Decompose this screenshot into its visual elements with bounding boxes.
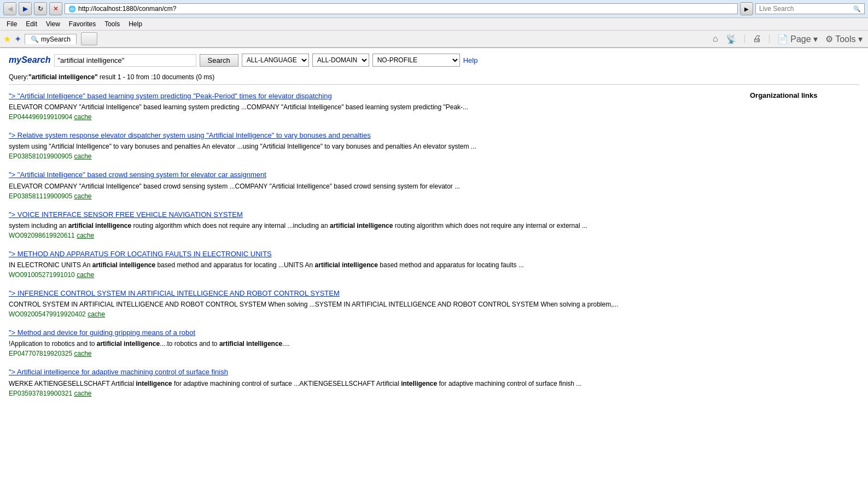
tab-label: mySearch — [41, 36, 71, 43]
result-item: "> INFERENCE CONTROL SYSTEM IN ARTIFICIA… — [9, 289, 739, 318]
toolbar-right: ⌂ 📡 🖨 📄 Page ▾ ⚙ Tools ▾ — [710, 33, 865, 45]
domain-dropdown[interactable]: ALL-DOMAIN — [312, 54, 369, 67]
result-meta: EP038581119900905 cache — [9, 192, 739, 200]
result-title[interactable]: "> METHOD AND APPARATUS FOR LOCATING FAU… — [9, 249, 739, 259]
toolbar: ★ ✦ 🔍 mySearch ⌂ 📡 🖨 📄 Page ▾ ⚙ Tools ▾ — [0, 31, 868, 48]
result-meta: WO092005479919920402 cache — [9, 310, 739, 318]
menu-file[interactable]: File — [2, 19, 21, 29]
result-snippet: ELEVATOR COMPANY "Artificial Intelligenc… — [9, 102, 739, 112]
cache-link[interactable]: cache — [74, 192, 91, 200]
print-icon[interactable]: 🖨 — [750, 33, 764, 45]
menu-help[interactable]: Help — [124, 19, 147, 29]
profile-dropdown[interactable]: NO-PROFILE — [372, 54, 460, 67]
cache-link[interactable]: cache — [88, 310, 105, 318]
new-tab-btn[interactable] — [81, 32, 97, 45]
go-button[interactable]: ▶ — [740, 2, 753, 15]
tools-menu-icon[interactable]: ⚙ Tools ▾ — [823, 33, 865, 45]
favorites-star-icon[interactable]: ★ — [3, 34, 11, 44]
result-item: "> METHOD AND APPARATUS FOR LOCATING FAU… — [9, 249, 739, 279]
result-title[interactable]: "> Artificial intelligence for adaptive … — [9, 367, 739, 377]
back-button[interactable]: ◀ — [3, 2, 16, 15]
result-snippet: ELEVATOR COMPANY "Artificial Intelligenc… — [9, 181, 739, 191]
help-link[interactable]: Help — [463, 56, 478, 64]
menu-edit[interactable]: Edit — [21, 19, 42, 29]
result-item: "> "Artificial Intelligence" based crowd… — [9, 170, 739, 199]
result-snippet: WERKE AKTIENGESELLSCHAFT Artificial inte… — [9, 379, 739, 389]
result-snippet: system including an artificial intellige… — [9, 221, 739, 231]
query-info-text: Query:"artificial intelligence" result 1… — [9, 73, 214, 81]
query-info: Query:"artificial intelligence" result 1… — [9, 73, 859, 85]
menu-bar: File Edit View Favorites Tools Help — [0, 18, 868, 31]
result-title[interactable]: "> "Artificial Intelligence" based learn… — [9, 91, 739, 101]
cache-link[interactable]: cache — [74, 390, 91, 397]
result-item: "> Artificial intelligence for adaptive … — [9, 367, 739, 397]
forward-button[interactable]: ▶ — [19, 2, 32, 15]
result-snippet: CONTROL SYSTEM IN ARTIFICIAL INTELLIGENC… — [9, 299, 739, 309]
cache-link[interactable]: cache — [77, 232, 94, 239]
result-meta: WO092098619920611 cache — [9, 232, 739, 239]
live-search-input[interactable] — [759, 5, 853, 13]
address-bar[interactable]: 🌐 — [65, 3, 738, 14]
result-snippet: system using "Artificial Intelligence" t… — [9, 142, 739, 151]
result-id: EP044496919910904 — [9, 113, 72, 121]
result-title[interactable]: "> "Artificial Intelligence" based crowd… — [9, 170, 739, 180]
result-id: EP047707819920325 — [9, 350, 72, 357]
page-menu-icon[interactable]: 📄 Page ▾ — [775, 33, 820, 45]
menu-tools[interactable]: Tools — [100, 19, 124, 29]
result-title[interactable]: "> Relative system response elevator dis… — [9, 131, 739, 140]
live-search-bar[interactable]: 🔍 — [755, 3, 865, 14]
result-item: "> "Artificial Intelligence" based learn… — [9, 91, 739, 121]
result-meta: EP047707819920325 cache — [9, 350, 739, 357]
result-snippet: !Application to robotics and to artifici… — [9, 339, 739, 349]
language-dropdown[interactable]: ALL-LANGUAGE — [242, 54, 309, 67]
cache-link[interactable]: cache — [74, 113, 91, 121]
tab-page-icon: 🔍 — [31, 36, 39, 43]
feeds-icon[interactable]: 📡 — [724, 33, 739, 45]
result-item: "> VOICE INTERFACE SENSOR FREE VEHICLE N… — [9, 210, 739, 239]
result-title[interactable]: "> INFERENCE CONTROL SYSTEM IN ARTIFICIA… — [9, 289, 739, 298]
result-meta: EP038581019900905 cache — [9, 152, 739, 160]
result-id: EP038581119900905 — [9, 192, 72, 200]
add-favorites-icon[interactable]: ✦ — [14, 34, 21, 44]
result-id: EP038581019900905 — [9, 152, 72, 160]
search-button[interactable]: Search — [200, 54, 238, 67]
address-bar-icon: 🌐 — [68, 5, 76, 13]
result-item: "> Relative system response elevator dis… — [9, 131, 739, 160]
menu-view[interactable]: View — [42, 19, 65, 29]
menu-favorites[interactable]: Favorites — [65, 19, 100, 29]
tab-mySearch[interactable]: 🔍 mySearch — [25, 34, 77, 44]
result-id: WO092005479919920402 — [9, 310, 86, 318]
result-item: "> Method and device for guiding grippin… — [9, 328, 739, 357]
address-input[interactable] — [78, 5, 734, 13]
search-input[interactable] — [54, 54, 196, 67]
home-icon[interactable]: ⌂ — [710, 33, 720, 45]
result-title[interactable]: "> Method and device for guiding grippin… — [9, 328, 739, 338]
results-sidebar: Organizational links — [750, 91, 859, 407]
mysearch-label: mySearch — [9, 55, 51, 65]
cache-link[interactable]: cache — [77, 271, 94, 279]
page-content: mySearch Search ALL-LANGUAGE ALL-DOMAIN … — [0, 48, 868, 413]
results-main: "> "Artificial Intelligence" based learn… — [9, 91, 739, 407]
result-title[interactable]: "> VOICE INTERFACE SENSOR FREE VEHICLE N… — [9, 210, 739, 220]
result-meta: EP035937819900321 cache — [9, 390, 739, 397]
search-form: mySearch Search ALL-LANGUAGE ALL-DOMAIN … — [9, 54, 859, 67]
cache-link[interactable]: cache — [74, 152, 91, 160]
result-id: WO092098619920611 — [9, 232, 75, 239]
result-meta: WO091005271991010 cache — [9, 271, 739, 279]
result-id: EP035937819900321 — [9, 390, 72, 397]
stop-button[interactable]: ✕ — [49, 2, 62, 15]
live-search-icon: 🔍 — [853, 5, 861, 13]
result-snippet: IN ELECTRONIC UNITS An artificial intell… — [9, 260, 739, 270]
results-container: "> "Artificial Intelligence" based learn… — [9, 91, 859, 407]
sidebar-title: Organizational links — [750, 91, 859, 99]
cache-link[interactable]: cache — [74, 350, 91, 357]
result-id: WO091005271991010 — [9, 271, 75, 279]
result-meta: EP044496919910904 cache — [9, 113, 739, 121]
refresh-button[interactable]: ↻ — [34, 2, 47, 15]
